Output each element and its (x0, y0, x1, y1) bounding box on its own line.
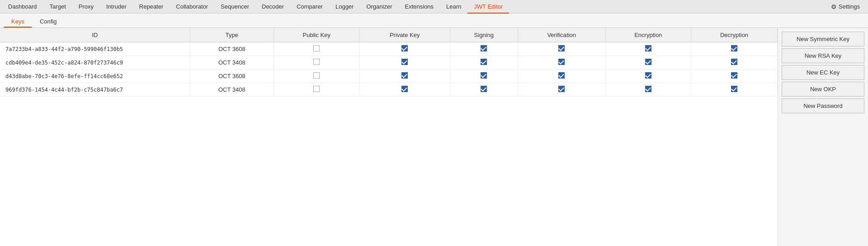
table-header-row: ID Type Public Key Private Key Signing V… (0, 28, 778, 42)
cell-id: 7a7233b4-a833-44f2-a790-599046f130b5 (0, 42, 190, 56)
checkbox-checked[interactable] (645, 86, 651, 92)
checkbox-unchecked[interactable] (313, 45, 320, 51)
col-header-verification: Verification (518, 28, 605, 42)
menu-item-jwt-editor[interactable]: JWT Editor (467, 0, 509, 14)
cell-id: cdb409e4-de35-452c-a824-870f273746c9 (0, 56, 190, 70)
checkbox-checked[interactable] (401, 72, 408, 79)
cell-public_key (274, 83, 359, 97)
menu-item-dashboard[interactable]: Dashboard (2, 0, 43, 14)
keys-panel: ID Type Public Key Private Key Signing V… (0, 28, 778, 246)
col-header-id: ID (0, 28, 190, 42)
sidebar-buttons: New Symmetric Key New RSA Key New EC Key… (778, 28, 868, 246)
menu-item-logger[interactable]: Logger (329, 0, 360, 14)
gear-icon: ⚙ (831, 3, 837, 10)
cell-decryption (691, 70, 778, 83)
cell-verification (518, 42, 605, 56)
checkbox-checked[interactable] (558, 72, 565, 79)
cell-encryption (605, 42, 691, 56)
cell-encryption (605, 70, 691, 83)
cell-verification (518, 56, 605, 70)
checkbox-checked[interactable] (481, 72, 487, 79)
cell-encryption (605, 56, 691, 70)
cell-verification (518, 70, 605, 83)
checkbox-checked[interactable] (401, 45, 408, 51)
new-password-button[interactable]: New Password (782, 98, 864, 113)
checkbox-checked[interactable] (645, 72, 651, 79)
new-symmetric-key-button[interactable]: New Symmetric Key (782, 32, 864, 46)
table-row[interactable]: cdb409e4-de35-452c-a824-870f273746c9OCT … (0, 56, 778, 70)
menu-item-repeater[interactable]: Repeater (133, 0, 170, 14)
cell-type: OCT 3408 (190, 83, 274, 97)
new-ec-key-button[interactable]: New EC Key (782, 65, 864, 80)
settings-item[interactable]: ⚙ Settings (825, 0, 866, 14)
cell-private_key (359, 42, 450, 56)
cell-private_key (359, 83, 450, 97)
cell-type: OCT 3408 (190, 56, 274, 70)
col-header-decryption: Decryption (691, 28, 778, 42)
checkbox-checked[interactable] (481, 86, 487, 92)
checkbox-checked[interactable] (481, 59, 487, 65)
checkbox-checked[interactable] (645, 45, 651, 51)
tab-config[interactable]: Config (32, 15, 65, 28)
menu-item-target[interactable]: Target (43, 0, 72, 14)
menu-item-decoder[interactable]: Decoder (255, 0, 290, 14)
cell-id: d43d8abe-70c3-4e76-8efe-ff14cc68e652 (0, 70, 190, 83)
col-header-private-key: Private Key (359, 28, 450, 42)
menu-item-sequencer[interactable]: Sequencer (214, 0, 255, 14)
cell-private_key (359, 70, 450, 83)
col-header-encryption: Encryption (605, 28, 691, 42)
cell-public_key (274, 70, 359, 83)
checkbox-checked[interactable] (731, 59, 737, 65)
keys-table: ID Type Public Key Private Key Signing V… (0, 28, 778, 97)
menu-bar: Dashboard Target Proxy Intruder Repeater… (0, 0, 868, 14)
menu-item-learn[interactable]: Learn (440, 0, 467, 14)
checkbox-checked[interactable] (645, 59, 651, 65)
cell-private_key (359, 56, 450, 70)
checkbox-checked[interactable] (481, 45, 487, 51)
cell-signing (450, 70, 518, 83)
cell-type: OCT 3608 (190, 42, 274, 56)
new-okp-button[interactable]: New OKP (782, 82, 864, 97)
cell-decryption (691, 42, 778, 56)
checkbox-checked[interactable] (731, 72, 737, 79)
cell-signing (450, 56, 518, 70)
checkbox-unchecked[interactable] (313, 59, 320, 65)
col-header-public-key: Public Key (274, 28, 359, 42)
cell-encryption (605, 83, 691, 97)
menu-item-organizer[interactable]: Organizer (360, 0, 398, 14)
cell-signing (450, 42, 518, 56)
tab-bar: Keys Config (0, 14, 868, 28)
cell-decryption (691, 83, 778, 97)
cell-public_key (274, 56, 359, 70)
settings-label: Settings (839, 3, 860, 10)
menu-item-proxy[interactable]: Proxy (72, 0, 100, 14)
col-header-signing: Signing (450, 28, 518, 42)
table-row[interactable]: 7a7233b4-a833-44f2-a790-599046f130b5OCT … (0, 42, 778, 56)
tab-keys[interactable]: Keys (4, 15, 32, 28)
menu-item-extensions[interactable]: Extensions (399, 0, 440, 14)
checkbox-checked[interactable] (558, 86, 565, 92)
table-row[interactable]: d43d8abe-70c3-4e76-8efe-ff14cc68e652OCT … (0, 70, 778, 83)
checkbox-unchecked[interactable] (313, 72, 320, 79)
cell-signing (450, 83, 518, 97)
cell-public_key (274, 42, 359, 56)
cell-decryption (691, 56, 778, 70)
cell-id: 969fd376-1454-4c44-bf2b-c75c847ba6c7 (0, 83, 190, 97)
checkbox-checked[interactable] (558, 45, 565, 51)
checkbox-checked[interactable] (558, 59, 565, 65)
col-header-type: Type (190, 28, 274, 42)
checkbox-unchecked[interactable] (313, 86, 320, 92)
checkbox-checked[interactable] (731, 86, 737, 92)
menu-item-comparer[interactable]: Comparer (290, 0, 329, 14)
menu-item-intruder[interactable]: Intruder (100, 0, 133, 14)
checkbox-checked[interactable] (401, 86, 408, 92)
table-row[interactable]: 969fd376-1454-4c44-bf2b-c75c847ba6c7OCT … (0, 83, 778, 97)
menu-item-collaborator[interactable]: Collaborator (170, 0, 214, 14)
main-content: ID Type Public Key Private Key Signing V… (0, 28, 868, 246)
cell-verification (518, 83, 605, 97)
cell-type: OCT 3608 (190, 70, 274, 83)
checkbox-checked[interactable] (401, 59, 408, 65)
new-rsa-key-button[interactable]: New RSA Key (782, 48, 864, 63)
checkbox-checked[interactable] (731, 45, 737, 51)
